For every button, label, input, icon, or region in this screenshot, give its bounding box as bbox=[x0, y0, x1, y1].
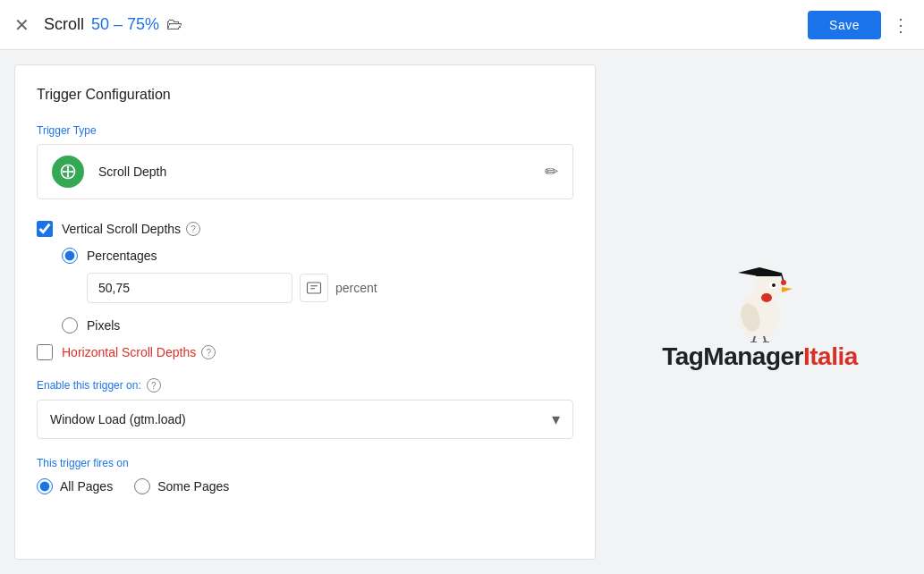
topbar-actions: Save ⋮ bbox=[808, 11, 910, 39]
logo-text: TagManagerItalia bbox=[662, 342, 858, 371]
variable-icon bbox=[306, 280, 322, 296]
scroll-sub-options: Percentages percent Pixels bbox=[62, 248, 573, 333]
percentages-input[interactable] bbox=[87, 273, 292, 303]
section-title: Trigger Configuration bbox=[37, 87, 573, 103]
vertical-scroll-label: Vertical Scroll Depths ? bbox=[62, 222, 200, 236]
close-icon: ✕ bbox=[14, 14, 30, 36]
some-pages-option[interactable]: Some Pages bbox=[134, 478, 229, 494]
horizontal-scroll-option-row: Horizontal Scroll Depths ? bbox=[37, 344, 573, 360]
main-content: Trigger Configuration Trigger Type Scrol… bbox=[0, 50, 924, 574]
enable-trigger-help-icon[interactable]: ? bbox=[147, 378, 161, 393]
topbar: ✕ Scroll 50 – 75% 🗁 Save ⋮ bbox=[0, 0, 924, 50]
svg-point-17 bbox=[772, 283, 776, 287]
window-load-value: Window Load (gtm.load) bbox=[50, 412, 552, 426]
more-options-button[interactable]: ⋮ bbox=[892, 14, 910, 36]
variable-picker-button[interactable] bbox=[300, 274, 328, 302]
some-pages-radio[interactable] bbox=[134, 478, 150, 494]
fires-on-label: This trigger fires on bbox=[37, 457, 573, 469]
edit-icon[interactable]: ✏ bbox=[545, 162, 558, 181]
save-button[interactable]: Save bbox=[808, 11, 881, 39]
scroll-depth-icon bbox=[52, 156, 84, 188]
enable-trigger-label: Enable this trigger on: ? bbox=[37, 378, 573, 393]
vertical-scroll-help-icon[interactable]: ? bbox=[186, 222, 200, 236]
svg-point-15 bbox=[781, 280, 786, 285]
percentages-radio-row: Percentages bbox=[62, 248, 573, 264]
all-pages-label: All Pages bbox=[60, 479, 113, 494]
page-title: Scroll 50 – 75% 🗁 bbox=[44, 15, 808, 34]
window-load-dropdown[interactable]: Window Load (gtm.load) ▾ bbox=[37, 400, 573, 439]
some-pages-label: Some Pages bbox=[157, 479, 229, 494]
trigger-type-label: Trigger Type bbox=[37, 124, 573, 137]
horizontal-scroll-label: Horizontal Scroll Depths ? bbox=[62, 345, 216, 359]
svg-point-3 bbox=[63, 171, 65, 173]
svg-marker-18 bbox=[782, 287, 793, 292]
logo-area: TagManagerItalia bbox=[662, 253, 858, 371]
horizontal-scroll-checkbox[interactable] bbox=[37, 344, 53, 360]
tagmanager-italia-bird-logo bbox=[719, 253, 800, 342]
vertical-scroll-option-row: Vertical Scroll Depths ? bbox=[37, 221, 573, 237]
svg-point-19 bbox=[761, 293, 772, 302]
svg-point-6 bbox=[67, 175, 70, 178]
percentages-input-row: percent bbox=[87, 273, 573, 303]
pixels-radio-row: Pixels bbox=[62, 317, 573, 333]
fires-on-row: All Pages Some Pages bbox=[37, 478, 573, 494]
right-panel: TagManagerItalia bbox=[596, 50, 924, 574]
scroll-depth-svg bbox=[59, 163, 77, 181]
trigger-type-name: Scroll Depth bbox=[98, 165, 545, 179]
percent-unit: percent bbox=[335, 281, 377, 295]
all-pages-radio[interactable] bbox=[37, 478, 53, 494]
trigger-type-row[interactable]: Scroll Depth ✏ bbox=[37, 144, 573, 199]
folder-icon[interactable]: 🗁 bbox=[166, 15, 182, 34]
pixels-radio[interactable] bbox=[62, 317, 78, 333]
horizontal-scroll-help-icon[interactable]: ? bbox=[201, 345, 216, 359]
percentages-radio[interactable] bbox=[62, 248, 78, 264]
pixels-label: Pixels bbox=[87, 318, 120, 333]
svg-point-5 bbox=[67, 166, 70, 169]
more-icon: ⋮ bbox=[892, 14, 910, 36]
svg-point-4 bbox=[72, 171, 74, 173]
percentages-label: Percentages bbox=[87, 249, 157, 263]
all-pages-option[interactable]: All Pages bbox=[37, 478, 113, 494]
close-button[interactable]: ✕ bbox=[14, 14, 30, 36]
left-panel: Trigger Configuration Trigger Type Scrol… bbox=[14, 64, 596, 560]
vertical-scroll-checkbox[interactable] bbox=[37, 221, 53, 237]
dropdown-arrow-icon: ▾ bbox=[552, 409, 560, 429]
svg-rect-7 bbox=[308, 283, 321, 293]
